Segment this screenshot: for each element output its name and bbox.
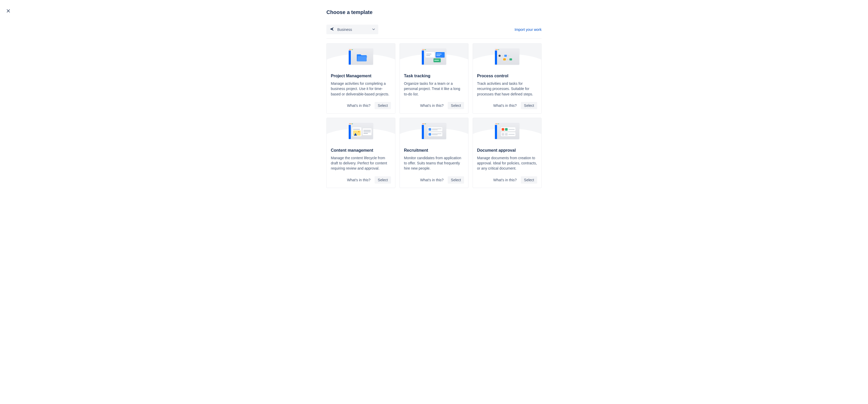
template-grid: Project Management Manage activities for… [327, 43, 541, 188]
import-link[interactable]: Import your work [515, 28, 541, 32]
card-hero [400, 118, 468, 144]
template-card-recruitment: Recruitment Monitor candidates from appl… [400, 118, 468, 188]
card-hero [327, 118, 395, 144]
template-card-task-tracking: Task tracking Organize tasks for a team … [400, 43, 468, 114]
card-title: Project Management [331, 74, 391, 78]
document-approval-illustration-icon [495, 123, 519, 139]
card-title: Document approval [477, 148, 537, 153]
select-button[interactable]: Select [521, 176, 537, 184]
card-hero [400, 43, 468, 69]
whats-in-this-link[interactable]: What's in this? [420, 178, 443, 182]
select-button[interactable]: Select [448, 102, 464, 109]
task-board-illustration-icon [422, 49, 446, 65]
whats-in-this-link[interactable]: What's in this? [493, 103, 517, 107]
whats-in-this-link[interactable]: What's in this? [347, 103, 370, 107]
card-description: Monitor candidates from application to o… [404, 155, 464, 171]
select-button[interactable]: Select [375, 176, 391, 184]
card-description: Track activities and tasks for recurring… [477, 81, 537, 97]
select-button[interactable]: Select [375, 102, 391, 109]
template-card-content-management: Content management Manage the content li… [327, 118, 395, 188]
card-description: Manage the content lifecycle from draft … [331, 155, 391, 171]
card-title: Process control [477, 74, 537, 78]
card-description: Organize tasks for a team or a personal … [404, 81, 464, 97]
workflow-illustration-icon [495, 49, 519, 65]
plane-icon [330, 27, 334, 32]
page-title: Choose a template [327, 9, 541, 15]
whats-in-this-link[interactable]: What's in this? [493, 178, 517, 182]
card-title: Content management [331, 148, 391, 153]
chevron-down-icon [372, 28, 375, 32]
card-title: Task tracking [404, 74, 464, 78]
card-description: Manage documents from creation to approv… [477, 155, 537, 171]
whats-in-this-link[interactable]: What's in this? [420, 103, 443, 107]
folder-illustration-icon [349, 49, 373, 65]
close-button[interactable] [5, 8, 11, 14]
select-button[interactable]: Select [521, 102, 537, 109]
template-card-process-control: Process control Track activities and tas… [473, 43, 541, 114]
template-card-document-approval: Document approval Manage documents from … [473, 118, 541, 188]
card-description: Manage activities for completing a busin… [331, 81, 391, 97]
controls-row: Business Import your work [327, 25, 541, 39]
card-hero [473, 43, 541, 69]
select-button[interactable]: Select [448, 176, 464, 184]
category-dropdown[interactable]: Business [327, 25, 378, 34]
card-hero [327, 43, 395, 69]
whats-in-this-link[interactable]: What's in this? [347, 178, 370, 182]
card-hero [473, 118, 541, 144]
close-icon [6, 9, 10, 13]
candidate-list-illustration-icon [422, 123, 446, 139]
card-title: Recruitment [404, 148, 464, 153]
template-card-project-management: Project Management Manage activities for… [327, 43, 395, 114]
dropdown-label: Business [337, 28, 352, 32]
content-illustration-icon [349, 123, 373, 139]
